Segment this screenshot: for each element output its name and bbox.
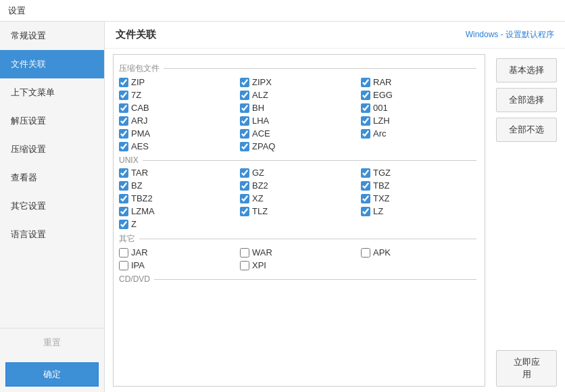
select-all-button[interactable]: 全部选择 <box>496 88 557 112</box>
checkbox-item-001[interactable]: 001 <box>361 103 476 113</box>
checkbox-label-arc: Arc <box>373 128 387 139</box>
checkbox-bz2[interactable] <box>240 181 249 191</box>
checkbox-item-cab[interactable]: CAB <box>119 103 235 113</box>
checkbox-item-txz[interactable]: TXZ <box>361 193 476 203</box>
checkbox-item-bz[interactable]: BZ <box>119 180 235 191</box>
checkbox-z[interactable] <box>119 220 128 229</box>
checkbox-label-001: 001 <box>373 103 388 113</box>
sidebar-item-context-menu[interactable]: 上下文菜单 <box>0 78 104 107</box>
sidebar-item-viewer[interactable]: 查看器 <box>0 164 104 192</box>
checkbox-egg[interactable] <box>361 91 370 100</box>
checkbox-alz[interactable] <box>240 91 249 100</box>
checkbox-tar[interactable] <box>119 168 128 178</box>
checkbox-item-alz[interactable]: ALZ <box>240 90 355 100</box>
checkbox-tlz[interactable] <box>240 207 249 216</box>
content-body: 压缩包文件ZIPZIPXRAR7ZALZEGGCABBH001ARJLHALZH… <box>105 49 565 392</box>
checkbox-item-tbz2[interactable]: TBZ2 <box>119 193 235 203</box>
sidebar-item-lang[interactable]: 语言设置 <box>0 220 104 249</box>
checkbox-rar[interactable] <box>361 78 370 87</box>
checkbox-item-tgz[interactable]: TGZ <box>361 168 476 178</box>
checkbox-gz[interactable] <box>240 168 249 178</box>
windows-link[interactable]: Windows - 设置默认程序 <box>466 29 554 41</box>
checkbox-item-zip[interactable]: ZIP <box>119 77 235 87</box>
checkbox-item-gz[interactable]: GZ <box>240 168 355 178</box>
checkbox-pma[interactable] <box>119 129 128 139</box>
deselect-all-button[interactable]: 全部不选 <box>496 118 557 142</box>
checkbox-zip[interactable] <box>119 78 128 87</box>
checkbox-label-bh: BH <box>252 103 264 113</box>
file-list-scroll[interactable]: 压缩包文件ZIPZIPXRAR7ZALZEGGCABBH001ARJLHALZH… <box>119 60 479 381</box>
checkbox-ace[interactable] <box>240 129 249 139</box>
sidebar-item-compress[interactable]: 压缩设置 <box>0 135 104 164</box>
sidebar-item-general[interactable]: 常规设置 <box>0 22 104 50</box>
checkbox-label-ace: ACE <box>252 128 270 139</box>
checkbox-item-lzma[interactable]: LZMA <box>119 206 235 216</box>
checkbox-item-z[interactable]: Z <box>119 219 235 229</box>
checkbox-item-xpi[interactable]: XPI <box>240 260 355 270</box>
checkbox-arj[interactable] <box>119 116 128 126</box>
apply-button[interactable]: 立即应用 <box>496 350 557 387</box>
checkbox-zpaq[interactable] <box>240 142 249 151</box>
checkbox-item-zpaq[interactable]: ZPAQ <box>240 141 355 151</box>
checkbox-xpi[interactable] <box>240 261 249 270</box>
file-list-area: 压缩包文件ZIPZIPXRAR7ZALZEGGCABBH001ARJLHALZH… <box>113 54 485 387</box>
checkbox-item-apk[interactable]: APK <box>361 247 476 258</box>
checkbox-label-txz: TXZ <box>373 193 390 203</box>
sidebar-item-confirm[interactable]: 确定 <box>5 362 99 387</box>
sidebar-item-other[interactable]: 其它设置 <box>0 192 104 220</box>
checkbox-xz[interactable] <box>240 194 249 203</box>
checkbox-tbz2[interactable] <box>119 194 128 203</box>
checkbox-arc[interactable] <box>361 129 370 139</box>
checkbox-item-zipx[interactable]: ZIPX <box>240 77 355 87</box>
checkbox-item-arc[interactable]: Arc <box>361 128 476 139</box>
checkbox-item-xz[interactable]: XZ <box>240 193 355 203</box>
checkbox-item-aes[interactable]: AES <box>119 141 235 151</box>
checkbox-item-egg[interactable]: EGG <box>361 90 476 100</box>
checkbox-bz[interactable] <box>119 181 128 191</box>
checkbox-ipa[interactable] <box>119 261 128 270</box>
checkbox-label-lha: LHA <box>252 116 269 126</box>
checkbox-tbz[interactable] <box>361 181 370 191</box>
checkbox-bh[interactable] <box>240 103 249 113</box>
checkbox-item-lzh[interactable]: LZH <box>361 116 476 126</box>
checkbox-7z[interactable] <box>119 91 128 100</box>
checkbox-lzh[interactable] <box>361 116 370 126</box>
checkbox-item-tlz[interactable]: TLZ <box>240 206 355 216</box>
checkbox-zipx[interactable] <box>240 78 249 87</box>
checkbox-item-bh[interactable]: BH <box>240 103 355 113</box>
sidebar-item-extract[interactable]: 解压设置 <box>0 107 104 135</box>
checkbox-jar[interactable] <box>119 248 128 258</box>
sidebar-item-reset[interactable]: 重置 <box>0 328 104 357</box>
checkbox-item-arj[interactable]: ARJ <box>119 116 235 126</box>
checkbox-apk[interactable] <box>361 248 370 258</box>
checkbox-label-cab: CAB <box>131 103 149 113</box>
sidebar-item-file-assoc[interactable]: 文件关联 <box>0 50 104 78</box>
checkbox-aes[interactable] <box>119 142 128 151</box>
checkbox-item-7z[interactable]: 7Z <box>119 90 235 100</box>
checkbox-item-ace[interactable]: ACE <box>240 128 355 139</box>
checkbox-lzma[interactable] <box>119 207 128 216</box>
checkbox-cab[interactable] <box>119 103 128 113</box>
checkbox-item-pma[interactable]: PMA <box>119 128 235 139</box>
section-label-cddvd: CD/DVD <box>119 274 476 284</box>
basic-select-button[interactable]: 基本选择 <box>496 58 557 82</box>
checkbox-txz[interactable] <box>361 194 370 203</box>
checkbox-item-rar[interactable]: RAR <box>361 77 476 87</box>
checkbox-item-lz[interactable]: LZ <box>361 206 476 216</box>
checkbox-item-lha[interactable]: LHA <box>240 116 355 126</box>
checkbox-item-tbz[interactable]: TBZ <box>361 180 476 191</box>
checkbox-label-zpaq: ZPAQ <box>252 141 275 151</box>
title-text: 设置 <box>8 5 26 17</box>
checkbox-lha[interactable] <box>240 116 249 126</box>
checkbox-item-bz2[interactable]: BZ2 <box>240 180 355 191</box>
checkbox-item-jar[interactable]: JAR <box>119 247 235 258</box>
sidebar: 常规设置文件关联上下文菜单解压设置压缩设置查看器其它设置语言设置 重置 确定 <box>0 22 105 392</box>
checkbox-label-tlz: TLZ <box>252 206 268 216</box>
checkbox-item-war[interactable]: WAR <box>240 247 355 258</box>
checkbox-001[interactable] <box>361 103 370 113</box>
checkbox-item-ipa[interactable]: IPA <box>119 260 235 270</box>
checkbox-tgz[interactable] <box>361 168 370 178</box>
checkbox-war[interactable] <box>240 248 249 258</box>
checkbox-item-tar[interactable]: TAR <box>119 168 235 178</box>
checkbox-lz[interactable] <box>361 207 370 216</box>
